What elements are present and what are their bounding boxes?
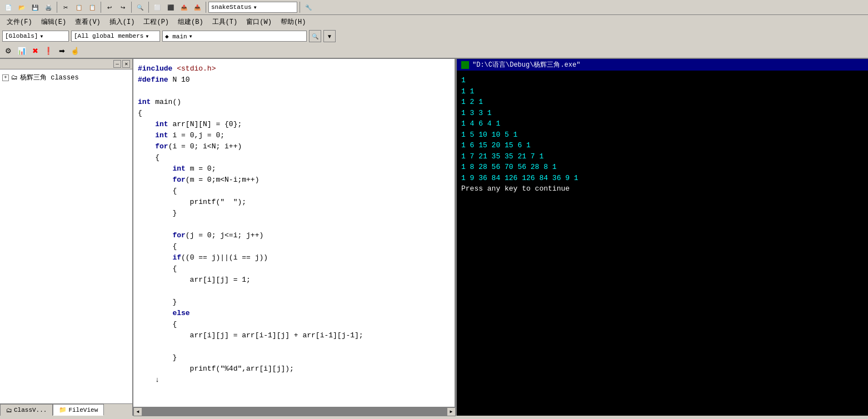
code-line-6: int arr[N][N] = {0}; [138, 119, 450, 130]
action-btn5[interactable]: ➡ [56, 44, 68, 57]
tab-classview[interactable]: 🗂 ClassV... [0, 404, 53, 416]
toolbar-btn8[interactable]: 📥 [191, 1, 203, 13]
copy-button[interactable]: 📋 [73, 1, 85, 13]
action-btn3[interactable]: ✖ [29, 44, 41, 57]
separator-6 [300, 2, 300, 13]
code-line-22: } [138, 297, 450, 308]
combo-extra-btn[interactable]: 🔍 [309, 30, 321, 42]
scroll-right[interactable]: ▶ [447, 407, 456, 416]
output-line-3: 1 3 3 1 [461, 108, 864, 119]
open-button[interactable]: 📂 [16, 1, 28, 13]
output-line-9: 1 9 36 84 126 126 84 36 9 1 [461, 173, 864, 184]
main-toolbar: 📄 📂 💾 🖨️ ✂ 📋 📋 ↩ ↪ 🔍 ⬜ ⬛ 📤 📥 snakeStatus… [0, 0, 868, 15]
tab-fileview[interactable]: 📁 FileView [53, 404, 104, 416]
tree-expand-icon[interactable]: + [2, 74, 9, 81]
function-combo[interactable]: ◆ main ▼ [162, 31, 307, 42]
output-line-4: 1 4 6 4 1 [461, 118, 864, 129]
cut-button[interactable]: ✂ [59, 1, 72, 13]
code-line-26 [138, 341, 450, 352]
menu-project[interactable]: 工程(P) [139, 16, 173, 28]
output-line-0: 1 [461, 75, 864, 86]
menu-insert[interactable]: 插入(I) [105, 16, 139, 28]
toolbar-btn5[interactable]: ⬜ [151, 1, 163, 13]
code-line-11: for(m = 0;m<N-i;m++) [138, 174, 450, 186]
code-line-25: arr[i][j] = arr[i-1][j] + arr[i-1][j-1]; [138, 330, 450, 341]
output-line-6: 1 6 15 20 15 6 1 [461, 140, 864, 151]
code-line-18: if((0 == j)||(i == j)) [138, 252, 450, 263]
undo-button[interactable]: ↩ [103, 1, 116, 13]
code-line-20: arr[i][j] = 1; [138, 275, 450, 286]
action-btn2[interactable]: 📊 [16, 44, 28, 57]
scroll-track[interactable] [142, 407, 447, 416]
combo-row: [Globals] ▼ [All global members ▼ ◆ main… [0, 29, 868, 43]
action-btn4[interactable]: ❗ [42, 44, 54, 57]
find-button[interactable]: 🔍 [134, 1, 146, 13]
code-line-2: #define N 10 [138, 74, 450, 86]
action-toolbar: ⚙ 📊 ✖ ❗ ➡ ☝ [0, 43, 868, 58]
code-line-29: ↓ [138, 375, 450, 386]
output-line-7: 1 7 21 35 35 21 7 1 [461, 151, 864, 162]
menu-build[interactable]: 组建(B) [173, 16, 208, 28]
tree-item-root[interactable]: + 🗂 杨辉三角 classes [2, 72, 130, 83]
menu-window[interactable]: 窗口(W) [242, 16, 276, 28]
code-line-19: { [138, 263, 450, 275]
code-line-12: { [138, 186, 450, 197]
redo-button[interactable]: ↪ [117, 1, 129, 13]
snake-status-combo[interactable]: snakeStatus ▼ [208, 2, 297, 13]
code-line-1: #include <stdio.h> [138, 63, 450, 74]
menu-edit[interactable]: 编辑(E) [37, 16, 71, 28]
output-line-2: 1 2 1 [461, 97, 864, 108]
code-line-5: { [138, 108, 450, 119]
paste-button[interactable]: 📋 [86, 1, 98, 13]
output-panel: "D:\C语言\Debug\杨辉三角.exe" 1 1 1 1 2 1 1 3 … [457, 59, 868, 416]
panel-minimize[interactable]: ─ [113, 60, 121, 68]
code-area: #include <stdio.h> #define N 10 int main… [133, 59, 457, 416]
menu-view[interactable]: 查看(V) [71, 16, 105, 28]
separator-5 [206, 2, 206, 13]
code-line-28: printf("%4d",arr[i][j]); [138, 363, 450, 375]
code-line-15 [138, 219, 450, 230]
separator-4 [148, 2, 149, 13]
panel-controls: ─ ✕ [113, 60, 130, 68]
output-content: 1 1 1 1 2 1 1 3 3 1 1 4 6 4 1 1 5 10 10 … [457, 71, 868, 416]
tree-icon: 🗂 [11, 73, 18, 82]
globals-combo[interactable]: [Globals] ▼ [2, 31, 69, 42]
code-scrollbar[interactable]: ◀ ▶ [133, 407, 456, 416]
code-line-24: { [138, 319, 450, 330]
code-line-23: else [138, 308, 450, 319]
code-editor[interactable]: #include <stdio.h> #define N 10 int main… [133, 59, 456, 407]
code-line-9: { [138, 152, 450, 163]
separator-3 [131, 2, 132, 13]
class-tree: + 🗂 杨辉三角 classes [0, 69, 132, 403]
tab-bar: 🗂 ClassV... 📁 FileView [0, 403, 132, 416]
panel-close[interactable]: ✕ [122, 60, 130, 68]
menu-bar: 文件(F) 编辑(E) 查看(V) 插入(I) 工程(P) 组建(B) 工具(T… [0, 15, 868, 29]
save-button[interactable]: 💾 [29, 1, 41, 13]
menu-file[interactable]: 文件(F) [2, 16, 37, 28]
code-line-13: printf(" "); [138, 197, 450, 208]
menu-help[interactable]: 帮助(H) [276, 16, 311, 28]
fileview-icon: 📁 [59, 406, 67, 413]
new-button[interactable]: 📄 [2, 1, 14, 13]
panel-titlebar: ─ ✕ [0, 59, 132, 69]
print-button[interactable]: 🖨️ [42, 1, 54, 13]
code-line-17: { [138, 241, 450, 252]
separator-2 [101, 2, 101, 13]
action-btn1[interactable]: ⚙ [2, 44, 14, 57]
menu-tools[interactable]: 工具(T) [208, 16, 242, 28]
output-line-8: 1 8 28 56 70 56 28 8 1 [461, 162, 864, 173]
toolbar-btn7[interactable]: 📤 [178, 1, 190, 13]
output-title: "D:\C语言\Debug\杨辉三角.exe" [472, 60, 580, 69]
toolbar-btn6[interactable]: ⬛ [164, 1, 177, 13]
debug-button[interactable]: 🔧 [302, 1, 315, 13]
scroll-left[interactable]: ◀ [133, 407, 142, 416]
combo-extra-btn2[interactable]: ▼ [323, 30, 336, 42]
code-line-3 [138, 86, 450, 97]
code-line-4: int main() [138, 97, 450, 108]
action-btn6[interactable]: ☝ [69, 44, 81, 57]
output-icon [461, 61, 469, 69]
code-line-21 [138, 286, 450, 297]
code-line-14: } [138, 208, 450, 219]
members-combo[interactable]: [All global members ▼ [71, 31, 160, 42]
left-panel: ─ ✕ + 🗂 杨辉三角 classes 🗂 ClassV... 📁 FileV… [0, 59, 133, 416]
